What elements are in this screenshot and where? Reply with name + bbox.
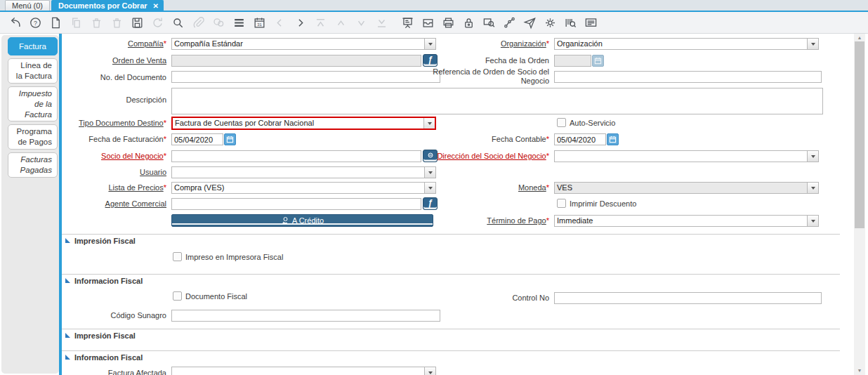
a-credito-button[interactable]: A Crédito xyxy=(171,214,433,227)
tab-menu[interactable]: Menú (0) xyxy=(5,0,50,11)
documento-fiscal-label: Documento Fiscal xyxy=(185,292,247,301)
fecha-contable-input[interactable] xyxy=(554,133,606,145)
print-icon[interactable] xyxy=(441,15,455,29)
tipo-documento-combobox[interactable]: Factura de Cuentas por Cobrar Nacional xyxy=(171,117,436,130)
field-label-fecha-contable: Fecha Contable* xyxy=(430,135,549,144)
collapse-triangle-icon xyxy=(65,278,70,283)
organizacion-value: Organización xyxy=(555,39,807,49)
delete-selection-icon[interactable] xyxy=(110,15,124,29)
termino-pago-combobox[interactable]: Immediate xyxy=(554,215,819,227)
termino-pago-zoom-link[interactable]: Término de Pago xyxy=(487,216,546,225)
fecha-contable-calendar-button[interactable] xyxy=(607,133,619,145)
lista-precios-zoom-link[interactable]: Lista de Precios xyxy=(108,183,163,192)
codigo-sunagro-input[interactable] xyxy=(171,310,440,322)
help-icon[interactable]: ? xyxy=(28,15,42,29)
organizacion-zoom-link[interactable]: Organización xyxy=(501,39,546,48)
report-icon[interactable] xyxy=(400,15,414,29)
main-toolbar: ? 31 xyxy=(0,12,868,34)
chevron-down-icon[interactable] xyxy=(807,39,818,49)
record-zoom-icon: ƒ xyxy=(428,199,433,206)
control-no-input[interactable] xyxy=(554,292,822,304)
fecha-facturacion-calendar-button[interactable] xyxy=(224,133,236,145)
descripcion-textarea[interactable] xyxy=(171,88,823,114)
parent-record-icon[interactable] xyxy=(272,15,287,29)
window-tabbar: Menú (0) Documentos por Cobrar ✕ xyxy=(0,0,868,12)
lock-icon[interactable] xyxy=(461,15,475,29)
window-help-icon[interactable] xyxy=(584,15,598,29)
sidebar-item-label: Impuesto de la Factura xyxy=(13,88,52,120)
auto-servicio-checkbox[interactable] xyxy=(557,118,566,127)
close-tab-icon[interactable]: ✕ xyxy=(153,2,159,10)
sidebar-item-facturas-pagadas[interactable]: Facturas Pagadas xyxy=(8,152,58,178)
tipo-documento-zoom-link[interactable]: Tipo Documento Destino xyxy=(79,119,164,127)
socio-negocio-input[interactable] xyxy=(171,150,421,162)
agente-comercial-zoom-link[interactable]: Agente Comercial xyxy=(105,199,166,208)
fecha-facturacion-input[interactable] xyxy=(171,133,223,145)
usuario-zoom-link[interactable]: Usuario xyxy=(140,168,166,176)
lista-precios-combobox[interactable]: Compra (VES) xyxy=(171,182,436,194)
product-info-icon[interactable] xyxy=(563,15,577,29)
compania-zoom-link[interactable]: Compañía xyxy=(128,39,164,48)
chevron-down-icon[interactable] xyxy=(423,118,435,129)
agente-comercial-record-button[interactable]: ƒ xyxy=(423,197,438,210)
sidebar-item-label: Factura xyxy=(19,41,46,52)
scrollbar-thumb[interactable] xyxy=(855,41,864,228)
section-impresion-fiscal-2[interactable]: Impresión Fiscal xyxy=(62,329,840,343)
calendar-icon[interactable]: 31 xyxy=(252,15,266,29)
moneda-zoom-link[interactable]: Moneda xyxy=(518,183,546,192)
chevron-down-icon[interactable] xyxy=(424,167,435,178)
no-documento-input[interactable] xyxy=(171,71,440,83)
vertical-scrollbar[interactable]: ▲ ▼ xyxy=(854,34,865,375)
scroll-down-icon[interactable]: ▼ xyxy=(854,367,865,375)
direccion-socio-combobox[interactable] xyxy=(554,150,819,162)
copy-record-icon[interactable] xyxy=(69,15,83,29)
archive-icon[interactable] xyxy=(421,15,435,29)
undo-icon[interactable] xyxy=(8,15,22,29)
direccion-socio-zoom-link[interactable]: Dirección del Socio del Negocio xyxy=(437,152,546,160)
next-record-icon[interactable] xyxy=(354,15,368,29)
documento-fiscal-checkbox[interactable] xyxy=(173,291,182,301)
delete-record-icon[interactable] xyxy=(89,15,103,29)
sidebar-item-factura[interactable]: Factura xyxy=(8,37,58,55)
request-icon[interactable] xyxy=(522,15,537,29)
sidebar-item-linea-de-la-factura[interactable]: Línea de la Factura xyxy=(8,58,58,84)
tab-documentos-por-cobrar[interactable]: Documentos por Cobrar ✕ xyxy=(51,0,164,11)
imprimir-descuento-checkbox[interactable] xyxy=(557,199,566,208)
find-icon[interactable] xyxy=(171,15,185,29)
impreso-impresora-checkbox[interactable] xyxy=(173,252,182,261)
chevron-down-icon[interactable] xyxy=(424,367,435,375)
section-impresion-fiscal-1[interactable]: Impresión Fiscal xyxy=(62,234,840,248)
usuario-combobox[interactable] xyxy=(171,166,436,178)
previous-record-icon[interactable] xyxy=(334,15,348,29)
zoom-across-icon[interactable] xyxy=(482,15,496,29)
toggle-grid-icon[interactable] xyxy=(232,15,246,29)
impreso-impresora-label: Impreso en Impresora Fiscal xyxy=(185,253,283,261)
factura-afectada-combobox[interactable] xyxy=(171,367,436,375)
workflow-icon[interactable] xyxy=(502,15,516,29)
section-informacion-fiscal-1[interactable]: Informacion Fiscal xyxy=(62,274,840,288)
chat-icon[interactable] xyxy=(211,15,225,29)
requery-icon[interactable] xyxy=(150,15,164,29)
chevron-down-icon[interactable] xyxy=(807,151,818,162)
agente-comercial-input[interactable] xyxy=(171,198,421,210)
sidebar-item-programa-de-pagos[interactable]: Programa de Pagos xyxy=(8,124,58,150)
compania-value: Compañía Estándar xyxy=(172,39,424,49)
new-record-icon[interactable] xyxy=(48,15,63,29)
organizacion-combobox[interactable]: Organización xyxy=(554,38,819,50)
referencia-input[interactable] xyxy=(554,71,822,83)
chevron-down-icon[interactable] xyxy=(807,183,818,193)
last-record-icon[interactable] xyxy=(374,15,388,29)
first-record-icon[interactable] xyxy=(313,15,327,29)
save-icon[interactable] xyxy=(130,15,144,29)
socio-negocio-zoom-link[interactable]: Socio del Negocio xyxy=(101,152,164,160)
sidebar-item-impuesto-de-la-factura[interactable]: Impuesto de la Factura xyxy=(8,86,58,121)
orden-venta-zoom-link[interactable]: Orden de Venta xyxy=(112,56,166,65)
compania-combobox[interactable]: Compañía Estándar xyxy=(171,38,436,50)
section-informacion-fiscal-2[interactable]: Informacion Fiscal xyxy=(62,350,840,364)
required-marker: * xyxy=(164,183,166,192)
chevron-down-icon[interactable] xyxy=(807,216,818,226)
preferences-icon[interactable] xyxy=(543,15,557,29)
detail-record-icon[interactable] xyxy=(293,15,307,29)
attachment-icon[interactable] xyxy=(191,15,205,29)
sidebar-item-label: Línea de la Factura xyxy=(13,60,52,81)
